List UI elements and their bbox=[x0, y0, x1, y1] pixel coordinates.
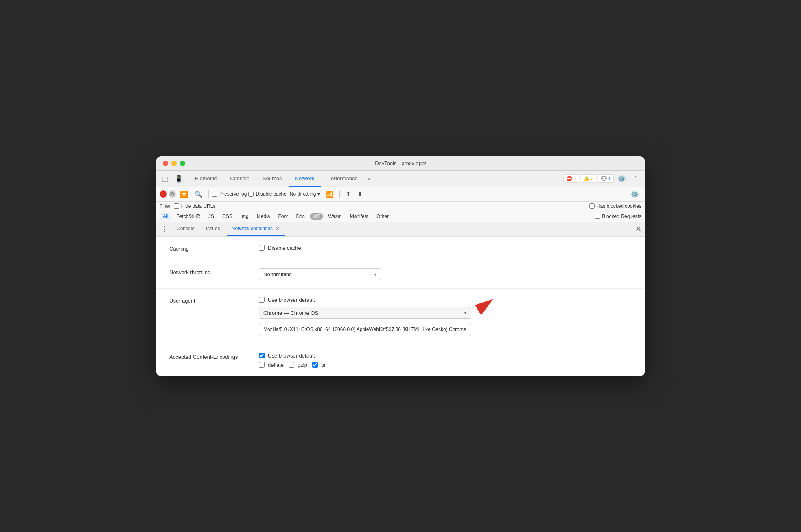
resource-type-wasm[interactable]: Wasm bbox=[325, 213, 345, 220]
tab-sources[interactable]: Sources bbox=[256, 170, 289, 187]
cursor-icon[interactable]: ⬚ bbox=[160, 173, 171, 184]
main-tab-bar: ⬚ 📱 Elements Console Sources Network Per… bbox=[156, 171, 645, 187]
resource-type-other[interactable]: Other bbox=[373, 213, 392, 220]
tab-bar-icons: ⬚ 📱 bbox=[160, 173, 185, 184]
tab-console-bottom[interactable]: Console bbox=[172, 222, 199, 236]
divider-1 bbox=[208, 190, 209, 198]
throttling-label: Network throttling bbox=[169, 268, 243, 275]
minimize-button[interactable] bbox=[171, 161, 177, 166]
tab-console[interactable]: Console bbox=[223, 170, 256, 187]
network-settings-icon[interactable]: ⚙️ bbox=[628, 189, 641, 200]
tab-network[interactable]: Network bbox=[289, 170, 321, 187]
disable-cache-checkbox[interactable]: Disable cache bbox=[248, 191, 286, 197]
bottom-tab-bar: ⋮ Console Issues Network conditions ✕ ✕ bbox=[156, 222, 645, 237]
use-browser-default-input[interactable] bbox=[259, 297, 265, 303]
chevron-down-icon: ▾ bbox=[374, 272, 376, 277]
svg-marker-0 bbox=[475, 299, 493, 315]
window-title: DevTools - proxx.app/ bbox=[375, 160, 426, 166]
encodings-browser-default-input[interactable] bbox=[259, 353, 265, 358]
user-agent-label: User agent bbox=[169, 297, 243, 304]
filter-icon[interactable]: 🔽 bbox=[177, 189, 190, 200]
blocked-requests-input[interactable] bbox=[595, 214, 600, 219]
filter-label: Filter bbox=[160, 203, 171, 209]
search-icon[interactable]: 🔍 bbox=[192, 189, 205, 200]
disable-cache-row[interactable]: Disable cache bbox=[259, 245, 301, 251]
wifi-settings-icon[interactable]: 📶 bbox=[323, 189, 336, 200]
resource-type-font[interactable]: Font bbox=[275, 213, 291, 220]
resource-types-bar: All Fetch/XHR JS CSS Img Media Font Doc … bbox=[156, 211, 645, 222]
tab-issues-bottom[interactable]: Issues bbox=[201, 222, 225, 236]
hide-data-urls-checkbox[interactable]: Hide data URLs bbox=[174, 203, 216, 209]
throttle-select[interactable]: No throttling ▾ bbox=[288, 190, 322, 198]
resource-type-fetch-xhr[interactable]: Fetch/XHR bbox=[173, 213, 204, 220]
close-tab-icon[interactable]: ✕ bbox=[275, 225, 280, 232]
arrow-annotation bbox=[467, 295, 495, 321]
gzip-input[interactable] bbox=[289, 362, 294, 368]
resource-type-all[interactable]: All bbox=[160, 213, 171, 220]
close-panel-button[interactable]: ✕ bbox=[635, 225, 641, 233]
throttling-section: Network throttling No throttling ▾ bbox=[156, 260, 645, 289]
deflate-checkbox[interactable]: deflate bbox=[259, 362, 284, 368]
br-checkbox[interactable]: br bbox=[312, 362, 326, 368]
use-browser-default-row[interactable]: Use browser default bbox=[259, 297, 471, 303]
disable-cache-input[interactable] bbox=[248, 192, 254, 197]
resource-type-js[interactable]: JS bbox=[205, 213, 217, 220]
network-toolbar: ⊘ 🔽 🔍 Preserve log Disable cache No thro… bbox=[156, 187, 645, 202]
resource-type-css[interactable]: CSS bbox=[219, 213, 236, 220]
filter-row: Filter Hide data URLs Has blocked cookie… bbox=[156, 202, 645, 211]
ua-string-display: Mozilla/5.0 (X11; CrOS x86_64 10066.0.0)… bbox=[259, 323, 471, 336]
tab-network-conditions[interactable]: Network conditions ✕ bbox=[227, 222, 285, 236]
encodings-use-browser-default-row[interactable]: Use browser default bbox=[259, 353, 326, 359]
record-button[interactable] bbox=[160, 190, 167, 198]
tab-performance[interactable]: Performance bbox=[321, 170, 364, 187]
user-agent-section: User agent Use browser default Chrome — … bbox=[156, 289, 645, 344]
more-options-icon[interactable]: ⋮ bbox=[630, 173, 641, 184]
caching-section: Caching Disable cache bbox=[156, 237, 645, 260]
titlebar: DevTools - proxx.app/ bbox=[156, 156, 645, 171]
throttling-select[interactable]: No throttling ▾ bbox=[259, 268, 381, 280]
resource-type-img[interactable]: Img bbox=[237, 213, 252, 220]
br-input[interactable] bbox=[312, 362, 318, 368]
caching-disable-cache-input[interactable] bbox=[259, 245, 265, 251]
gzip-checkbox[interactable]: gzip bbox=[289, 362, 307, 368]
encodings-section: Accepted Content-Encodings Use browser d… bbox=[156, 344, 645, 376]
divider-2 bbox=[339, 190, 340, 198]
stop-button[interactable]: ⊘ bbox=[169, 190, 176, 198]
encodings-label: Accepted Content-Encodings bbox=[169, 353, 243, 361]
error-badge[interactable]: ⛔ 1 bbox=[563, 174, 579, 183]
download-icon[interactable]: ⬇ bbox=[355, 189, 365, 200]
has-blocked-cookies-input[interactable] bbox=[589, 203, 595, 209]
more-tabs-button[interactable]: » bbox=[364, 170, 374, 187]
settings-icon[interactable]: ⚙️ bbox=[615, 173, 628, 184]
caching-label: Caching bbox=[169, 245, 243, 252]
encodings-controls: Use browser default deflate gzip bbox=[259, 353, 326, 368]
panel-content: Caching Disable cache Network throttling… bbox=[156, 237, 645, 376]
resource-type-manifest[interactable]: Manifest bbox=[347, 213, 372, 220]
warning-badge[interactable]: ⚠️ 2 bbox=[581, 174, 597, 183]
resource-type-media[interactable]: Media bbox=[254, 213, 274, 220]
preserve-log-checkbox[interactable]: Preserve log bbox=[212, 191, 247, 197]
ua-chevron-down-icon: ▾ bbox=[464, 311, 466, 315]
close-button[interactable] bbox=[163, 161, 168, 166]
deflate-input[interactable] bbox=[259, 362, 265, 368]
resource-type-ws[interactable]: WS bbox=[310, 213, 323, 220]
maximize-button[interactable] bbox=[180, 161, 185, 166]
resource-type-doc[interactable]: Doc bbox=[293, 213, 308, 220]
hide-data-urls-input[interactable] bbox=[174, 203, 179, 209]
tab-elements[interactable]: Elements bbox=[188, 170, 223, 187]
caching-controls: Disable cache bbox=[259, 245, 301, 251]
info-badge[interactable]: 💬 1 bbox=[598, 174, 614, 183]
main-tabs: Elements Console Sources Network Perform… bbox=[188, 170, 563, 187]
upload-icon[interactable]: ⬆ bbox=[343, 189, 353, 200]
preserve-log-input[interactable] bbox=[212, 192, 217, 197]
user-agent-controls: Use browser default Chrome — Chrome OS ▾ bbox=[259, 297, 471, 336]
encodings-options-row: deflate gzip br bbox=[259, 362, 326, 368]
tab-bar-right: ⛔ 1 ⚠️ 2 💬 1 ⚙️ ⋮ bbox=[563, 173, 641, 184]
blocked-requests-checkbox[interactable]: Blocked Requests bbox=[595, 214, 641, 219]
user-agent-select[interactable]: Chrome — Chrome OS ▾ bbox=[259, 307, 471, 319]
device-icon[interactable]: 📱 bbox=[172, 173, 185, 184]
throttling-controls: No throttling ▾ bbox=[259, 268, 381, 280]
traffic-lights bbox=[163, 161, 185, 166]
has-blocked-cookies-checkbox[interactable]: Has blocked cookies bbox=[589, 203, 641, 209]
bottom-tabs-more-icon[interactable]: ⋮ bbox=[160, 223, 170, 235]
